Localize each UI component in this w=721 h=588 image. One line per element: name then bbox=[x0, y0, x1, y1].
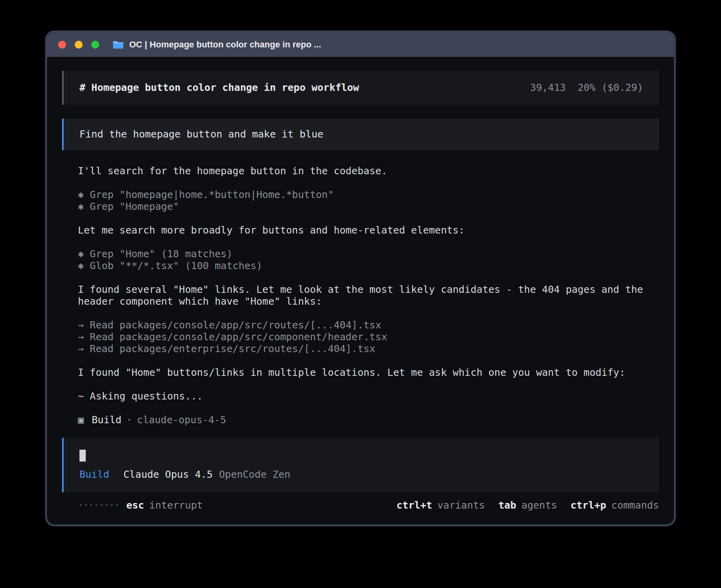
model-name: Claude Opus 4.5 bbox=[123, 469, 213, 480]
tool-call: → Read packages/console/app/src/routes/[… bbox=[78, 319, 655, 331]
close-button[interactable] bbox=[58, 41, 66, 49]
tool-call-group-1: ✱ Grep "homepage|home.*button|Home.*butt… bbox=[78, 189, 655, 213]
spinner-icon: ········ bbox=[78, 499, 119, 511]
tool-call-group-3: → Read packages/console/app/src/routes/[… bbox=[78, 319, 655, 355]
shortcut-key: tab bbox=[498, 499, 516, 511]
provider-name: OpenCode Zen bbox=[219, 469, 291, 480]
session-title: # Homepage button color change in repo w… bbox=[79, 82, 359, 94]
agent-status-line: ▣Build·claude-opus-4-5 bbox=[78, 414, 655, 426]
shortcut-label: agents bbox=[521, 499, 557, 511]
agent-name: Build bbox=[92, 414, 121, 426]
shortcut-key: ctrl+p bbox=[570, 499, 606, 511]
model-row: BuildClaude Opus 4.5OpenCode Zen bbox=[79, 469, 643, 481]
token-count: 39,413 bbox=[530, 82, 566, 93]
tool-call: → Read packages/console/app/src/componen… bbox=[78, 331, 655, 343]
window-title: OC | Homepage button color change in rep… bbox=[129, 40, 321, 50]
terminal-content: # Homepage button color change in repo w… bbox=[47, 57, 674, 511]
assistant-messages: I'll search for the homepage button in t… bbox=[62, 165, 659, 426]
shortcut-commands: ctrl+pcommands bbox=[570, 499, 659, 511]
agent-mode-label: Build bbox=[79, 469, 109, 480]
assistant-text-broader: Let me search more broadly for buttons a… bbox=[78, 224, 655, 236]
zoom-button[interactable] bbox=[91, 41, 99, 49]
terminal-window: OC | Homepage button color change in rep… bbox=[45, 30, 676, 526]
agent-icon: ▣ bbox=[78, 414, 84, 426]
minimize-button[interactable] bbox=[75, 41, 83, 49]
status-bar-right: ctrl+tvariants tabagents ctrl+pcommands bbox=[383, 499, 659, 511]
session-header: # Homepage button color change in repo w… bbox=[62, 71, 659, 105]
user-message: Find the homepage button and make it blu… bbox=[62, 119, 659, 150]
session-stats: 39,41320% ($0.29) bbox=[530, 82, 643, 94]
titlebar[interactable]: OC | Homepage button color change in rep… bbox=[47, 32, 674, 57]
shortcut-label: interrupt bbox=[149, 499, 203, 511]
tool-call: ✱ Grep "Home" (18 matches) bbox=[78, 248, 655, 260]
assistant-text-intro: I'll search for the homepage button in t… bbox=[78, 165, 655, 177]
text-cursor bbox=[79, 450, 86, 462]
traffic-lights bbox=[58, 41, 99, 49]
status-bar: ········ escinterrupt ctrl+tvariants tab… bbox=[78, 499, 659, 511]
tool-call: ✱ Grep "Homepage" bbox=[78, 201, 655, 213]
shortcut-key: esc bbox=[126, 499, 144, 511]
assistant-text-found: I found "Home" buttons/links in multiple… bbox=[78, 367, 655, 379]
shortcut-interrupt: escinterrupt bbox=[126, 499, 203, 511]
context-usage: 20% ($0.29) bbox=[578, 82, 643, 93]
user-message-text: Find the homepage button and make it blu… bbox=[79, 128, 323, 140]
prompt-input[interactable]: BuildClaude Opus 4.5OpenCode Zen bbox=[62, 438, 659, 492]
tool-call: → Read packages/enterprise/src/routes/[.… bbox=[78, 343, 655, 355]
assistant-text-asking: ~ Asking questions... bbox=[78, 390, 655, 402]
shortcut-key: ctrl+t bbox=[396, 499, 432, 511]
folder-icon bbox=[113, 40, 124, 49]
shortcut-agents: tabagents bbox=[498, 499, 557, 511]
tool-call-group-2: ✱ Grep "Home" (18 matches) ✱ Glob "**/*.… bbox=[78, 248, 655, 272]
assistant-text-candidates: I found several "Home" links. Let me loo… bbox=[78, 284, 655, 307]
shortcut-label: variants bbox=[437, 499, 485, 511]
shortcut-label: commands bbox=[612, 499, 659, 511]
status-separator: · bbox=[126, 414, 132, 426]
agent-model: claude-opus-4-5 bbox=[137, 414, 226, 426]
tool-call: ✱ Glob "**/*.tsx" (100 matches) bbox=[78, 260, 655, 272]
shortcut-variants: ctrl+tvariants bbox=[396, 499, 485, 511]
status-bar-left: ········ escinterrupt bbox=[78, 499, 203, 511]
tool-call: ✱ Grep "homepage|home.*button|Home.*butt… bbox=[78, 189, 655, 201]
